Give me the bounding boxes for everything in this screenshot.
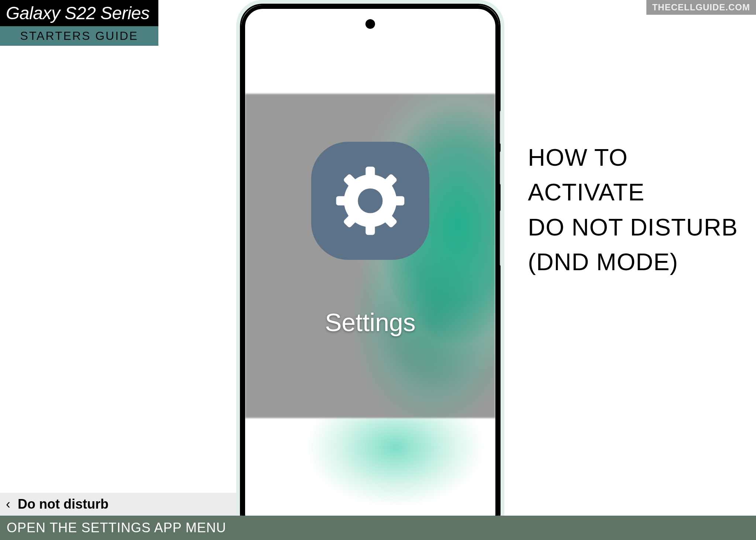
step-caption: OPEN THE SETTINGS APP MENU xyxy=(7,520,226,536)
series-badge: Galaxy S22 Series STARTERS GUIDE xyxy=(0,0,158,46)
volume-up-button xyxy=(500,111,503,144)
svg-rect-1 xyxy=(365,167,375,179)
volume-down-button xyxy=(500,151,503,185)
wallpaper-accent xyxy=(245,419,495,515)
svg-rect-3 xyxy=(336,196,349,205)
settings-app-icon[interactable] xyxy=(311,142,429,260)
phone-screen: Settings xyxy=(241,5,499,535)
headline-line: HOW TO xyxy=(528,140,738,175)
site-watermark: THECELLGUIDE.COM xyxy=(646,0,756,15)
headline-line: (DND MODE) xyxy=(528,245,738,279)
svg-rect-4 xyxy=(392,196,405,205)
breadcrumb-label: Do not disturb xyxy=(18,496,109,512)
breadcrumb[interactable]: ‹ Do not disturb xyxy=(0,493,236,516)
headline-line: ACTIVATE xyxy=(528,175,738,210)
gear-icon xyxy=(331,162,409,240)
series-subtitle: STARTERS GUIDE xyxy=(0,26,158,46)
guide-headline: HOW TO ACTIVATE DO NOT DISTURB (DND MODE… xyxy=(528,140,738,279)
step-caption-bar: OPEN THE SETTINGS APP MENU xyxy=(0,516,756,540)
settings-app-label: Settings xyxy=(245,308,495,337)
front-camera-icon xyxy=(365,19,375,29)
chevron-left-icon: ‹ xyxy=(6,496,10,512)
headline-line: DO NOT DISTURB xyxy=(528,210,738,245)
power-button xyxy=(500,210,503,266)
svg-point-9 xyxy=(358,188,382,213)
svg-rect-2 xyxy=(365,223,375,235)
phone-frame: Settings xyxy=(236,0,504,540)
series-title: Galaxy S22 Series xyxy=(0,0,158,26)
